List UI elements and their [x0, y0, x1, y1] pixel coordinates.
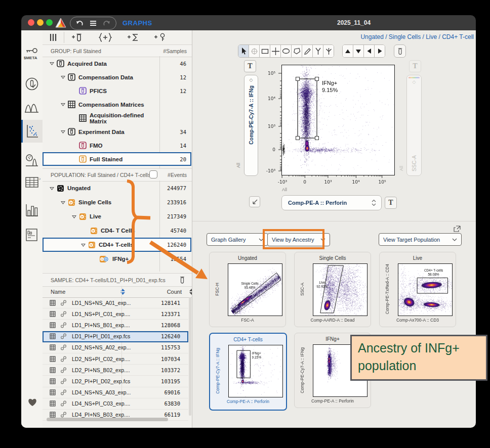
ghost-row-label: All	[399, 166, 404, 171]
population-row-ungated[interactable]: Ungated 244977	[43, 181, 191, 195]
autogate-tool-button[interactable]	[249, 45, 259, 57]
expand-triangle-icon[interactable]	[61, 103, 65, 106]
sample-row[interactable]: LD2_PI+PI_D02_exp.fcs 103195	[43, 376, 188, 387]
group-row-fmo[interactable]: FMO 14	[43, 139, 191, 152]
group-row-pfics[interactable]: PFICS 12	[43, 84, 191, 98]
add-sample-icon[interactable]	[71, 32, 83, 42]
main-plot[interactable]: IFNg+ 9.15%	[281, 65, 395, 175]
ghost-text-button[interactable]: T	[409, 60, 421, 72]
sample-row[interactable]: LD2_NS+PI_C02_exp.... 107034	[43, 353, 188, 365]
name-column-header[interactable]: Name	[43, 289, 65, 295]
expand-triangle-icon[interactable]	[50, 62, 54, 65]
gallery-plot-card[interactable]: CD4+ T-cells Comp-PE-Cy7-A :: IFNg IFNg+…	[209, 333, 287, 411]
group-row-acquired-data[interactable]: Acquired Data 46	[43, 57, 191, 70]
group-row-experiment-data[interactable]: Experiment Data 34	[43, 125, 191, 139]
report-layout-icon[interactable]	[26, 229, 38, 242]
quad-gate-button[interactable]	[270, 45, 280, 57]
sample-tube-button[interactable]	[394, 44, 406, 58]
sample-horizontal-scrollbar[interactable]	[47, 418, 168, 421]
gating-population-icon[interactable]	[25, 152, 39, 168]
graphs-tab-label[interactable]: GRAPHS	[123, 19, 152, 27]
rectangle-gate-button[interactable]	[259, 45, 270, 57]
screen: GRAPHS 2025_11_04 $META ›	[0, 0, 490, 448]
population-row-cd4-pos-selected[interactable]: CD4+ T-cells 126240	[43, 238, 191, 252]
expand-triangle-icon[interactable]	[61, 201, 65, 204]
expand-gallery-icon[interactable]	[454, 226, 461, 232]
group-row-full-stained-selected[interactable]: Full Stained 20	[43, 152, 191, 166]
x-axis-selector-dropdown[interactable]: Comp-PE-A :: Perforin	[281, 195, 382, 210]
bar-chart-view-icon[interactable]	[25, 202, 38, 217]
population-row-live[interactable]: Live 217349	[43, 209, 191, 223]
view-by-ancestry-dropdown[interactable]: View by Ancestry	[267, 233, 330, 246]
add-statistic-icon[interactable]	[127, 32, 140, 42]
sample-name: LD1_NS+PI_C01_exp....	[72, 311, 130, 317]
dot-plot-view-icon[interactable]	[25, 124, 39, 139]
keywords-meta-icon[interactable]	[25, 47, 38, 55]
y-axis-text-button[interactable]: T	[244, 60, 256, 72]
group-row-acq-matrix[interactable]: Acquisition-defined Matrix	[43, 111, 191, 125]
breadcrumb[interactable]: Ungated / Single Cells / Live / CD4+ T-c…	[271, 33, 474, 40]
gallery-plot-card[interactable]: Ungated FSC-H Single Cells95.48% FSC-A	[209, 252, 286, 327]
card-plot[interactable]: Live92.92%	[313, 263, 368, 316]
expand-triangle-icon[interactable]	[61, 130, 65, 133]
sample-row[interactable]: LD2_PI+NS_B02_exp.... 103372	[43, 365, 188, 376]
nav-right-button[interactable]	[374, 45, 385, 57]
select-tool-button[interactable]	[238, 45, 249, 57]
sidebar-expand-chevron[interactable]: ›	[39, 176, 40, 182]
polygon-gate-button[interactable]	[291, 45, 302, 57]
nav-left-button[interactable]	[363, 45, 374, 57]
sample-row[interactable]: LD1_NS+PI_C01_exp.... 123371	[43, 308, 188, 320]
gallery-plot-card[interactable]: Live Comp-PE-TxRed-A :: CD4 CD4+ T-cells…	[379, 252, 456, 327]
population-row-cd4-neg[interactable]: CD4- T Cells 45740	[43, 223, 191, 238]
undo-icon[interactable]	[75, 20, 84, 27]
population-checkbox[interactable]	[149, 170, 157, 178]
sample-vertical-scrollbar[interactable]	[189, 297, 191, 416]
expand-triangle-icon[interactable]	[61, 75, 65, 79]
ifng-gate[interactable]	[282, 65, 394, 175]
collapse-columns-icon[interactable]	[50, 33, 58, 41]
bisector-gate-button[interactable]	[312, 45, 323, 57]
view-target-population-dropdown[interactable]: View Target Population	[379, 233, 462, 246]
sample-row[interactable]: LD4_NS+PI_C03_exp.... 63830	[43, 398, 188, 410]
menu-list-icon[interactable]	[90, 20, 97, 26]
ghost-y-axis-selector[interactable]: ◇ SSC-A	[406, 75, 422, 176]
minimize-window-button[interactable]	[37, 19, 44, 26]
x-axis-text-button[interactable]: T	[385, 197, 397, 209]
add-keyword-icon[interactable]	[153, 32, 167, 42]
sample-row[interactable]: LD2_NS+NS_A02_exp... 115753	[43, 342, 188, 353]
add-group-icon[interactable]	[99, 32, 112, 42]
table-view-icon[interactable]	[25, 177, 38, 188]
sample-row[interactable]: LD4_NS+NS_A03_exp... 69016	[43, 387, 188, 398]
redo-icon[interactable]	[103, 20, 111, 27]
sample-row[interactable]: LD1_PI+PI_D01_exp.fcs 126240	[43, 331, 188, 342]
group-row-compensation-matrices[interactable]: Compensation Matrices	[43, 98, 191, 111]
pencil-gate-button[interactable]	[302, 45, 312, 57]
expand-triangle-icon[interactable]	[50, 187, 54, 190]
nav-up-button[interactable]	[343, 45, 353, 57]
ellipse-gate-button[interactable]	[280, 45, 291, 57]
trisector-gate-button[interactable]	[323, 45, 334, 57]
population-row-single-cells[interactable]: Single Cells 233916	[43, 195, 191, 209]
zoom-window-button[interactable]	[46, 19, 53, 26]
sample-row[interactable]: LD1_PI+NS_B01_exp.... 128068	[43, 320, 188, 331]
qc-check-icon[interactable]	[25, 77, 38, 91]
favorites-heart-icon[interactable]	[27, 397, 37, 407]
sort-count-icon[interactable]	[189, 288, 192, 295]
graph-gallery-dropdown[interactable]: Graph Gallery	[207, 233, 268, 246]
nav-down-button[interactable]	[353, 45, 363, 57]
card-plot[interactable]: CD4+ T-cells58.08%	[398, 263, 453, 316]
gallery-plot-card[interactable]: Single Cells SSC-A Live92.92% Comp-AARD-…	[294, 252, 371, 327]
expand-triangle-icon[interactable]	[72, 215, 76, 218]
group-row-compensation-data[interactable]: Compensation Data 12	[43, 70, 191, 84]
population-row-ifng[interactable]: IFNg+ 11554	[43, 252, 191, 266]
count-column-header[interactable]: Count	[167, 289, 189, 295]
sample-row[interactable]: LD1_NS+NS_A01_exp... 128141	[43, 297, 188, 308]
plot-scale-button[interactable]	[249, 196, 260, 207]
card-plot[interactable]: IFNg+9.15%	[228, 345, 283, 397]
card-plot[interactable]: Single Cells95.48%	[228, 263, 282, 316]
close-window-button[interactable]	[28, 19, 34, 26]
histogram-overlay-icon[interactable]	[24, 100, 39, 114]
sort-name-icon[interactable]	[120, 288, 126, 295]
y-axis-selector-button[interactable]: ◇ Comp-PE-Cy7-A :: IFNg	[244, 75, 258, 176]
expand-triangle-icon[interactable]	[81, 243, 86, 247]
